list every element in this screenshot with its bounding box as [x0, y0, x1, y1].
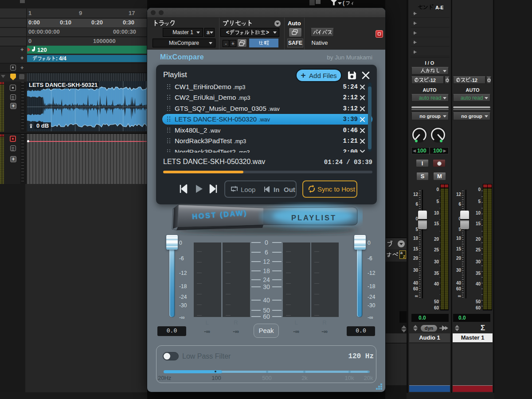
- svg-text:>: >: [266, 29, 269, 35]
- svg-text::: :: [56, 56, 58, 62]
- svg-text:<: <: [226, 29, 229, 35]
- svg-text:(: (: [343, 0, 344, 6]
- svg-text:PLAYLIST: PLAYLIST: [291, 214, 336, 222]
